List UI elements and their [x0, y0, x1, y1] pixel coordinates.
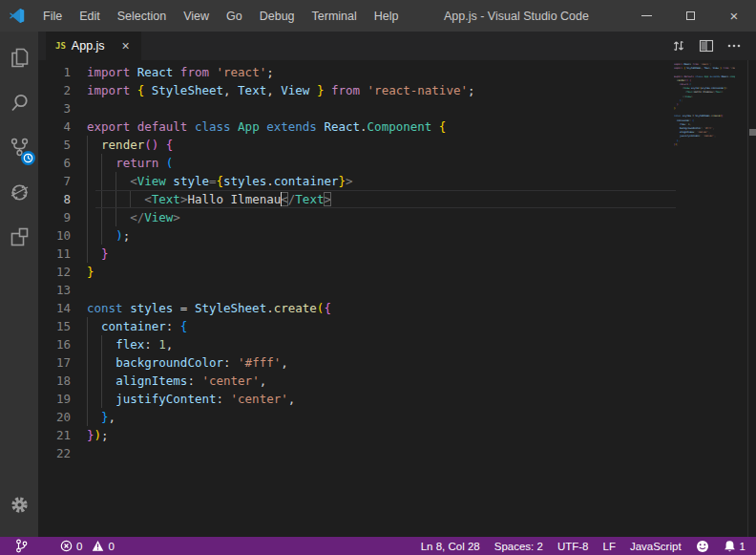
activity-debug-button[interactable] [0, 170, 38, 215]
minimap-line [674, 147, 735, 151]
activity-manage-button[interactable] [0, 482, 38, 527]
status-ln-8-col-28[interactable]: Ln 8, Col 28 [421, 541, 480, 552]
status-label: LF [602, 541, 615, 552]
activity-search-button[interactable] [0, 80, 38, 125]
status-bar-left: 00 [0, 539, 115, 553]
code-line-7[interactable]: 7 <View style={styles.container}> [38, 172, 676, 190]
code-lines[interactable]: 1import React from 'react';2import { Sty… [38, 60, 676, 537]
code-line-10[interactable]: 10 ); [38, 226, 676, 245]
code-line-5[interactable]: 5 render() { [38, 136, 676, 154]
code-line-17[interactable]: 17 backgroundColor: '#fff', [38, 353, 676, 372]
menu-view[interactable]: View [175, 0, 218, 32]
code-line-2[interactable]: 2import { StyleSheet, Text, View } from … [38, 81, 676, 99]
split-editor-icon [699, 38, 714, 53]
code-line-15[interactable]: 15 container: { [38, 317, 676, 335]
status-spaces-2[interactable]: Spaces: 2 [494, 541, 543, 552]
status-utf-8[interactable]: UTF-8 [557, 541, 589, 552]
menu-selection[interactable]: Selection [109, 0, 175, 32]
menu-debug[interactable]: Debug [251, 0, 304, 32]
manage-icon [9, 494, 31, 516]
menu-bar: FileEditSelectionViewGoDebugTerminalHelp [34, 0, 408, 32]
line-number: 8 [38, 190, 87, 208]
activity-explorer-button[interactable] [0, 35, 38, 80]
close-button[interactable]: × [712, 0, 756, 32]
status-bell[interactable]: 1 [724, 540, 746, 553]
vscode-window: FileEditSelectionViewGoDebugTerminalHelp… [0, 0, 756, 555]
code-line-19[interactable]: 19 justifyContent: 'center', [38, 390, 676, 408]
sync-button[interactable] [669, 36, 688, 55]
tab-close-icon[interactable]: × [122, 39, 130, 53]
minimap[interactable]: import React from 'react';import { Style… [674, 63, 735, 168]
code-line-1[interactable]: 1import React from 'react'; [38, 63, 676, 81]
status-smiley[interactable] [696, 540, 709, 553]
code-line-22[interactable]: 22 [38, 444, 676, 462]
line-number: 16 [38, 335, 87, 353]
code-line-12[interactable]: 12} [38, 263, 676, 281]
split-editor-button[interactable] [697, 36, 716, 55]
vscode-logo-icon [9, 8, 25, 24]
status-lf[interactable]: LF [602, 541, 615, 552]
activity-source-control-button[interactable] [0, 125, 38, 170]
status-label: 0 [76, 541, 82, 552]
minimize-icon [641, 15, 652, 16]
menu-terminal[interactable]: Terminal [304, 0, 366, 32]
code-line-6[interactable]: 6 return ( [38, 154, 676, 172]
code-line-8[interactable]: 8 <Text>Hallo Ilmenau</Text> [38, 190, 676, 208]
line-number: 19 [38, 390, 87, 408]
code-line-20[interactable]: 20 }, [38, 408, 676, 426]
scm-progress-badge [21, 151, 35, 165]
activity-extensions-button[interactable] [0, 215, 38, 260]
menu-help[interactable]: Help [366, 0, 408, 32]
line-number: 15 [38, 317, 87, 335]
status-git-branch[interactable] [15, 539, 28, 553]
editor-group: JS App.js × 1import React from 'react';2… [38, 32, 756, 537]
tab-appjs[interactable]: JS App.js × [46, 32, 141, 60]
menu-file[interactable]: File [34, 0, 71, 32]
tab-bar: JS App.js × [38, 32, 756, 60]
minimize-button[interactable] [624, 0, 668, 32]
status-javascript[interactable]: JavaScript [630, 541, 682, 552]
maximize-button[interactable] [668, 0, 712, 32]
code-line-9[interactable]: 9 </View> [38, 208, 676, 226]
line-number: 9 [38, 208, 87, 226]
status-label: 1 [740, 541, 746, 552]
smiley-icon [696, 540, 709, 553]
code-line-11[interactable]: 11 } [38, 245, 676, 263]
line-number: 18 [38, 372, 87, 390]
more-actions-button[interactable] [724, 36, 744, 55]
status-error[interactable]: 0 [60, 540, 82, 552]
explorer-icon [8, 46, 32, 70]
title-bar: FileEditSelectionViewGoDebugTerminalHelp… [0, 0, 756, 32]
extensions-icon [8, 225, 32, 249]
code-editor[interactable]: 1import React from 'react';2import { Sty… [38, 60, 756, 537]
code-line-21[interactable]: 21}); [38, 426, 676, 444]
code-line-14[interactable]: 14const styles = StyleSheet.create({ [38, 299, 676, 317]
code-line-4[interactable]: 4export default class App extends React.… [38, 117, 676, 136]
status-label: JavaScript [630, 541, 682, 552]
more-actions-icon [726, 38, 742, 53]
minimap-line: import { StyleSheet, Text, View } from '… [674, 67, 735, 71]
menu-go[interactable]: Go [218, 0, 251, 32]
overview-ruler[interactable] [747, 60, 756, 537]
search-icon [8, 91, 32, 115]
line-number: 13 [38, 281, 87, 299]
menu-edit[interactable]: Edit [71, 0, 109, 32]
line-number: 17 [38, 353, 87, 372]
cursor-position-marker [749, 129, 756, 136]
bell-icon [724, 540, 736, 553]
warning-icon [92, 540, 104, 552]
status-label: Ln 8, Col 28 [421, 541, 480, 552]
code-line-16[interactable]: 16 flex: 1, [38, 335, 676, 353]
code-line-18[interactable]: 18 alignItems: 'center', [38, 372, 676, 390]
code-line-3[interactable]: 3 [38, 99, 676, 117]
status-label: Spaces: 2 [494, 541, 543, 552]
status-label: UTF-8 [557, 541, 589, 552]
line-number: 2 [38, 81, 87, 99]
line-number: 11 [38, 245, 87, 263]
line-number: 6 [38, 154, 87, 172]
status-warning[interactable]: 0 [92, 540, 114, 552]
git-branch-icon [15, 539, 28, 553]
code-line-13[interactable]: 13 [38, 281, 676, 299]
status-bar: 00 Ln 8, Col 28Spaces: 2UTF-8LFJavaScrip… [0, 537, 756, 555]
debug-icon [8, 181, 32, 204]
